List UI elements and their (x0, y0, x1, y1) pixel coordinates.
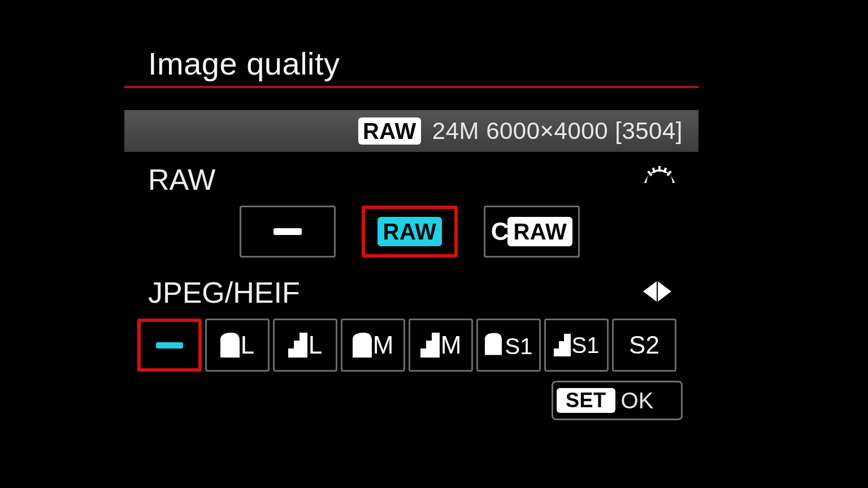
jpeg-option-m-fine[interactable]: M (341, 319, 405, 372)
jpeg-option-s1-normal[interactable]: S1 (544, 319, 609, 372)
raw-section-label: RAW (148, 163, 215, 197)
raw-badge-icon: RAW (377, 217, 442, 246)
jpeg-section-label: JPEG/HEIF (148, 276, 300, 310)
current-setting-bar: RAW 24M 6000×4000 [3504] (124, 110, 698, 152)
jpeg-option-s2[interactable]: S2 (612, 319, 676, 372)
dash-icon (156, 342, 183, 348)
svg-rect-2 (666, 171, 671, 176)
quality-normal-l-icon: L (288, 333, 322, 358)
svg-rect-1 (647, 171, 652, 176)
quality-s2-icon: S2 (629, 333, 659, 358)
jpeg-option-m-normal[interactable]: M (409, 319, 473, 372)
set-ok-button[interactable]: SET OK (552, 381, 683, 420)
info-summary-text: 24M 6000×4000 [3504] (432, 117, 683, 145)
raw-option-none[interactable] (240, 206, 336, 258)
raw-option-craw[interactable]: C RAW (484, 206, 580, 258)
dial-icon (644, 166, 675, 185)
quality-fine-l-icon: L (220, 333, 254, 358)
raw-option-row: RAW C RAW (240, 206, 580, 258)
craw-badge-icon: C RAW (491, 217, 573, 246)
page-title: Image quality (148, 45, 340, 82)
set-chip: SET (557, 388, 615, 413)
jpeg-option-none[interactable] (137, 319, 202, 372)
quality-fine-s1-icon: S1 (485, 333, 533, 358)
dash-icon (274, 228, 302, 235)
quality-fine-m-icon: M (353, 333, 394, 358)
jpeg-option-row: L L M (137, 319, 676, 372)
jpeg-option-l-fine[interactable]: L (205, 319, 270, 372)
title-underline (124, 86, 698, 88)
jpeg-option-l-normal[interactable]: L (273, 319, 337, 372)
raw-option-raw[interactable]: RAW (362, 206, 458, 258)
svg-rect-0 (658, 166, 661, 172)
ok-label: OK (621, 388, 654, 413)
left-right-arrows-icon (643, 281, 671, 302)
quality-normal-m-icon: M (420, 333, 462, 358)
quality-normal-s1-icon: S1 (554, 334, 600, 356)
info-raw-badge: RAW (358, 117, 421, 145)
jpeg-option-s1-fine[interactable]: S1 (476, 319, 541, 372)
